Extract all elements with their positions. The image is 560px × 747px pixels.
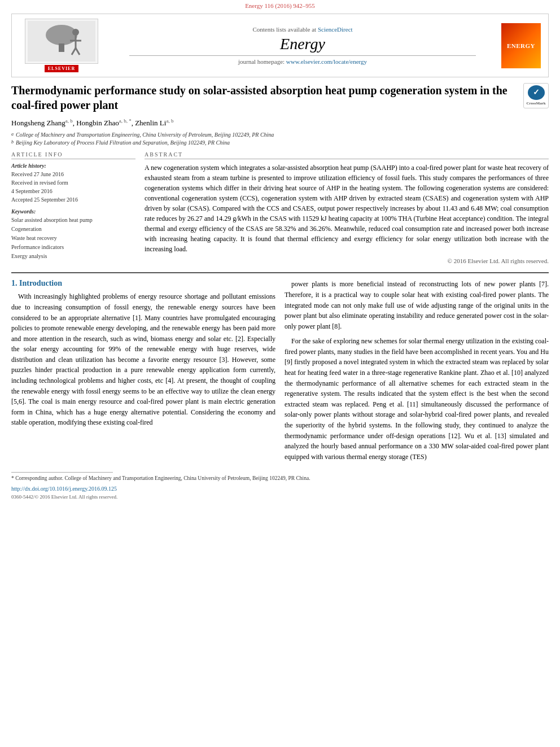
energy-logo-section: ENERGY [498,23,544,68]
intro-left-col: 1. Introduction With increasingly highli… [11,279,275,466]
elsevier-logo-section: ELSEVIER [16,19,107,72]
article-info-col: ARTICLE INFO Article history: Received 2… [11,151,135,264]
article-info-label: ARTICLE INFO [11,151,135,159]
received-date: Received 27 June 2016 [11,170,135,178]
header-divider [129,55,476,56]
revised-label: Received in revised form [11,178,135,187]
keyword-1: Solar assisted absorption heat pump [11,216,135,225]
intro-right-col: power plants is more beneficial instead … [285,279,549,466]
svg-point-1 [46,25,77,45]
homepage-line: journal homepage: www.elsevier.com/locat… [107,58,498,65]
energy-logo: ENERGY [501,23,541,68]
footnote-divider [11,472,113,473]
journal-header: ELSEVIER Contents lists available at Sci… [11,14,549,77]
abstract-label: ABSTRACT [145,151,549,159]
accepted-date: Accepted 25 September 2016 [11,195,135,204]
affil-a: a College of Machinery and Transportatio… [11,131,549,139]
homepage-link[interactable]: www.elsevier.com/locate/energy [286,58,367,65]
intro-left-text: With increasingly highlighted problems o… [11,291,275,428]
affil-b: b Beijing Key Laboratory of Process Flui… [11,139,549,147]
top-citation: Energy 116 (2016) 942–955 [0,0,560,11]
svg-point-3 [72,29,79,36]
keywords-section: Keywords: Solar assisted absorption heat… [11,208,135,261]
author2-sup: a, b, * [119,118,132,124]
crossmark-badge: ✓ CrossMark [523,83,549,108]
abstract-text: A new cogeneration system which integrat… [145,163,549,254]
journal-center-section: Contents lists available at ScienceDirec… [107,26,498,65]
svg-rect-2 [59,43,64,52]
keyword-4: Performance indicators [11,243,135,252]
keyword-3: Waste heat recovery [11,234,135,243]
paper-title-text: Thermodynamic performance study on solar… [11,83,523,112]
keywords-label: Keywords: [11,208,135,215]
doi-link[interactable]: http://dx.doi.org/10.1016/j.energy.2016.… [11,486,117,492]
intro-heading: 1. Introduction [11,279,275,288]
journal-title-display: Energy [107,35,498,53]
footnote-star: * Corresponding author. College of Machi… [11,475,549,482]
author3-sup: a, b [166,118,173,124]
affiliations: a College of Machinery and Transportatio… [11,131,549,147]
keyword-2: Cogeneration [11,225,135,234]
authors-line: Hongsheng Zhanga, b, Hongbin Zhaoa, b, *… [11,118,549,128]
crossmark-icon: ✓ [528,85,545,100]
history-label: Article history: [11,163,135,169]
paper-title-section: Thermodynamic performance study on solar… [11,83,549,112]
author1-sup: a, b [65,118,73,124]
crossmark-label: CrossMark [526,101,545,106]
contents-line: Contents lists available at ScienceDirec… [107,26,498,33]
doi-line: http://dx.doi.org/10.1016/j.energy.2016.… [11,485,549,493]
section-divider [11,272,549,273]
elsevier-brand-label: ELSEVIER [45,65,78,72]
abstract-col: ABSTRACT A new cogeneration system which… [145,151,549,264]
issn-line: 0360-5442/© 2016 Elsevier Ltd. All right… [11,494,549,500]
intro-right-text: power plants is more beneficial instead … [285,279,549,462]
sciencedirect-link[interactable]: ScienceDirect [318,26,353,33]
revised-date: 4 September 2016 [11,187,135,195]
keyword-5: Exergy analysis [11,252,135,261]
copyright-line: © 2016 Elsevier Ltd. All rights reserved… [145,257,549,264]
